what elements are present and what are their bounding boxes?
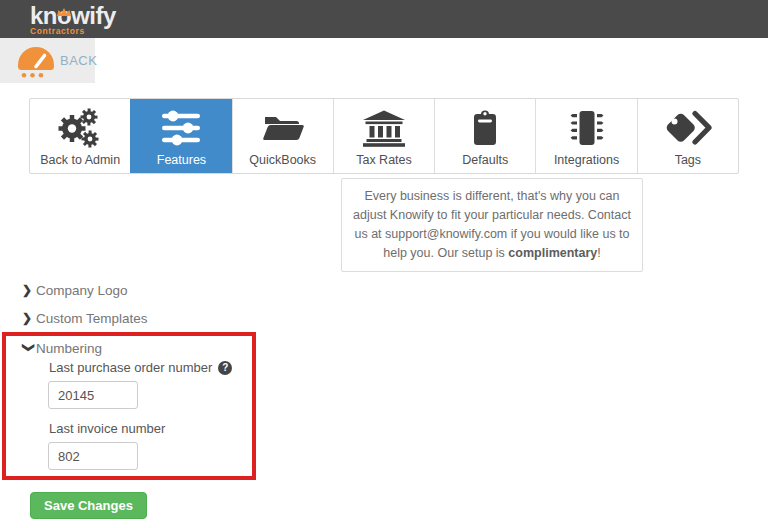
open-folder-icon <box>259 105 307 151</box>
toolbar-item-label: Tags <box>675 153 701 167</box>
sliders-icon <box>157 105 205 151</box>
toolbar-item-label: Defaults <box>462 153 508 167</box>
toolbar-item-label: Integrations <box>554 153 619 167</box>
section-company-logo[interactable]: ❯ Company Logo <box>22 281 128 299</box>
invoice-number-label: Last invoice number <box>49 421 165 436</box>
toolbar-item-label: Features <box>157 153 206 167</box>
toolbar-item-back-to-admin[interactable]: Back to Admin <box>30 99 130 173</box>
toolbar-item-features[interactable]: Features <box>130 99 231 173</box>
purchase-order-input[interactable] <box>48 381 138 409</box>
section-custom-templates[interactable]: ❯ Custom Templates <box>22 309 148 327</box>
gears-icon <box>56 105 104 151</box>
logo-subtitle: Contractors <box>30 26 85 36</box>
toolbar-item-label: QuickBooks <box>249 153 316 167</box>
settings-toolbar: Back to Admin Features QuickBooks <box>29 98 739 174</box>
invoice-number-label-text: Last invoice number <box>49 421 165 436</box>
clipboard-icon <box>461 105 509 151</box>
chevron-right-icon: ❯ <box>22 311 36 325</box>
toolbar-item-integrations[interactable]: Integrations <box>535 99 636 173</box>
toolbar-item-quickbooks[interactable]: QuickBooks <box>232 99 333 173</box>
help-icon[interactable]: ? <box>218 361 232 375</box>
bank-icon <box>360 105 408 151</box>
setup-info-suffix: ! <box>597 246 600 260</box>
app-header: knowify Contractors <box>0 0 768 38</box>
toolbar-item-label: Back to Admin <box>40 153 120 167</box>
toolbar-item-label: Tax Rates <box>356 153 412 167</box>
section-label: Numbering <box>36 341 102 356</box>
chevron-right-icon: ❯ <box>22 283 36 297</box>
section-numbering[interactable]: ❯ Numbering <box>22 339 102 357</box>
knowify-settings-screen: knowify Contractors BACK <box>0 0 768 528</box>
setup-info-box: Every business is different, that's why … <box>341 178 643 272</box>
section-label: Custom Templates <box>36 311 148 326</box>
crown-icon <box>57 2 71 20</box>
toolbar-item-defaults[interactable]: Defaults <box>434 99 535 173</box>
toolbar-item-tax-rates[interactable]: Tax Rates <box>333 99 434 173</box>
section-label: Company Logo <box>36 283 128 298</box>
tags-icon <box>664 105 712 151</box>
purchase-order-label-text: Last purchase order number <box>49 360 212 375</box>
gauge-icon <box>15 44 57 82</box>
chip-icon <box>563 105 611 151</box>
back-label: BACK <box>60 53 97 68</box>
chevron-down-icon: ❯ <box>22 342 36 356</box>
back-tab[interactable]: BACK <box>0 38 95 83</box>
logo-text: knowify <box>30 2 116 29</box>
toolbar-item-tags[interactable]: Tags <box>637 99 738 173</box>
save-changes-button[interactable]: Save Changes <box>30 492 147 519</box>
purchase-order-label: Last purchase order number ? <box>49 360 232 375</box>
invoice-number-input[interactable] <box>48 442 138 470</box>
setup-info-highlight: complimentary <box>508 246 597 260</box>
